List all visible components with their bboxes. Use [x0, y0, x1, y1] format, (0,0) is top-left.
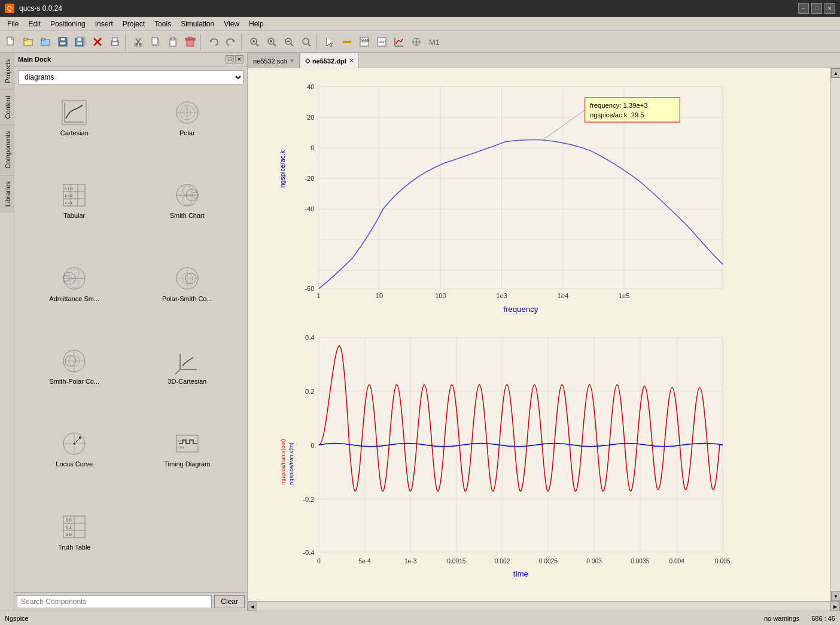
- scroll-down-button[interactable]: ▼: [831, 591, 840, 601]
- scroll-track-h[interactable]: [257, 602, 830, 611]
- cut-button[interactable]: [130, 34, 147, 50]
- menu-view[interactable]: View: [219, 19, 244, 29]
- svg-text:-20: -20: [305, 175, 314, 182]
- diagram-smith-polar[interactable]: Smith-Polar Co...: [19, 341, 130, 421]
- panel-restore-button[interactable]: □: [226, 55, 234, 63]
- svg-line-37: [291, 44, 293, 46]
- menu-file[interactable]: File: [2, 19, 23, 29]
- zoom-area-button[interactable]: [246, 34, 263, 50]
- paste-button[interactable]: [165, 34, 181, 50]
- minimize-button[interactable]: −: [798, 3, 809, 14]
- svg-text:1e-3: 1e-3: [404, 558, 417, 565]
- menu-project[interactable]: Project: [118, 19, 150, 29]
- scroll-right-button[interactable]: ▶: [830, 602, 840, 611]
- vertical-scrollbar[interactable]: ▲ ▼: [830, 68, 840, 601]
- sidebar-item-content[interactable]: Content: [0, 89, 14, 125]
- toolbar-sep1: [125, 34, 128, 50]
- diagram-tabular[interactable]: 6 1 4 1 4 2 2 3 1 Tabular: [19, 175, 130, 256]
- window-controls: − □ ✕: [798, 3, 835, 14]
- tab-sch-label: ne5532.sch: [253, 57, 287, 65]
- horizontal-scrollbar[interactable]: ◀ ▶: [248, 601, 840, 611]
- search-input[interactable]: [17, 595, 212, 608]
- zoom-out-button[interactable]: [281, 34, 297, 50]
- open-button[interactable]: [37, 34, 54, 50]
- cartesian-icon: [60, 98, 89, 127]
- svg-text:frequency: frequency: [503, 305, 538, 314]
- netlist-button[interactable]: NAME: [356, 34, 373, 50]
- svg-text:-40: -40: [305, 205, 314, 213]
- maximize-button[interactable]: □: [811, 3, 822, 14]
- svg-text:0.002: 0.002: [495, 558, 510, 565]
- app-icon: Q: [5, 4, 14, 13]
- svg-rect-24: [171, 38, 175, 40]
- sidebar-item-components[interactable]: Components: [0, 125, 14, 174]
- close-button[interactable]: ✕: [824, 3, 835, 14]
- scroll-left-button[interactable]: ◀: [248, 602, 257, 611]
- svg-text:0 1: 0 1: [66, 525, 72, 529]
- diagram-polar[interactable]: Polar: [132, 93, 243, 173]
- smith-polar-icon: [60, 347, 89, 375]
- tab-dpl-close[interactable]: ✕: [349, 57, 354, 64]
- tab-dpl-label: ne5532.dpl: [312, 57, 346, 65]
- view-data-button[interactable]: [391, 34, 407, 50]
- diagram-polar-smith[interactable]: Polar-Smith Co...: [132, 259, 243, 339]
- copy-button[interactable]: [147, 34, 164, 50]
- clear-button[interactable]: Clear: [214, 595, 245, 608]
- toolbar-sep4: [316, 34, 319, 50]
- menubar: File Edit Positioning Insert Project Too…: [0, 17, 840, 31]
- tab-sch-close[interactable]: ✕: [290, 57, 294, 64]
- simulate-button[interactable]: 1047: [373, 34, 390, 50]
- scroll-track-v[interactable]: [831, 78, 840, 591]
- canvas-area[interactable]: 40 20 0 -20 -40 -60 1 10 100 1e3 1e4 1e5: [248, 68, 830, 601]
- svg-rect-16: [112, 43, 117, 45]
- save-button[interactable]: [54, 34, 71, 50]
- svg-rect-6: [60, 38, 65, 41]
- svg-text:time: time: [513, 569, 528, 578]
- admittance-smith-label: Admittance Sm...: [49, 295, 99, 302]
- diagram-timing[interactable]: 0 1 2 c o x Timing Diagram: [132, 424, 243, 504]
- toolbar: NAME 1047 M1: [0, 31, 840, 53]
- new-button[interactable]: [2, 34, 19, 50]
- svg-rect-144: [585, 98, 680, 122]
- trash-button[interactable]: [182, 34, 199, 50]
- svg-rect-15: [112, 38, 117, 41]
- zoom-in-button[interactable]: [263, 34, 280, 50]
- undo-button[interactable]: [205, 34, 222, 50]
- zoom-fit-button[interactable]: [298, 34, 315, 50]
- select-button[interactable]: [321, 34, 338, 50]
- diagram-truth-table[interactable]: 0 0 0 1 1 0 Truth Table: [19, 507, 130, 587]
- svg-text:ngspice/ac.k: ngspice/ac.k: [279, 150, 286, 188]
- 3d-cartesian-icon: [173, 347, 202, 375]
- toolbar-sep2: [200, 34, 203, 50]
- svg-text:0.003: 0.003: [586, 558, 602, 565]
- print-button[interactable]: [106, 34, 123, 50]
- open-schematic-button[interactable]: [20, 34, 36, 50]
- sidebar-item-projects[interactable]: Projects: [0, 53, 14, 89]
- scroll-up-button[interactable]: ▲: [831, 68, 840, 78]
- menu-help[interactable]: Help: [244, 19, 269, 29]
- svg-rect-41: [343, 41, 351, 43]
- menu-tools[interactable]: Tools: [150, 19, 176, 29]
- tab-sch[interactable]: ne5532.sch ✕: [248, 53, 300, 68]
- menu-simulation[interactable]: Simulation: [176, 19, 219, 29]
- component-button[interactable]: [408, 34, 425, 50]
- redo-button[interactable]: [223, 34, 239, 50]
- menu-positioning[interactable]: Positioning: [45, 19, 90, 29]
- diagram-3d-cartesian[interactable]: 3D-Cartesian: [132, 341, 243, 421]
- svg-rect-9: [77, 38, 81, 41]
- add-button[interactable]: M1: [425, 34, 442, 50]
- sidebar-item-libraries[interactable]: Libraries: [0, 175, 14, 213]
- delete-button[interactable]: [89, 34, 106, 50]
- panel-close-button[interactable]: ✕: [235, 55, 244, 63]
- diagram-locus-curve[interactable]: Locus Curve: [19, 424, 130, 504]
- diagram-admittance-smith[interactable]: Admittance Sm...: [19, 259, 130, 339]
- menu-insert[interactable]: Insert: [90, 19, 118, 29]
- menu-edit[interactable]: Edit: [23, 19, 45, 29]
- diagrams-selector[interactable]: diagrams: [18, 70, 244, 84]
- tab-dpl[interactable]: ◇ ne5532.dpl ✕: [300, 53, 359, 68]
- save-all-button[interactable]: [72, 34, 89, 50]
- diagram-smith-chart[interactable]: Smith Chart: [132, 175, 243, 256]
- wire-button[interactable]: [339, 34, 355, 50]
- diagram-cartesian[interactable]: Cartesian: [19, 93, 130, 173]
- svg-point-75: [182, 186, 192, 195]
